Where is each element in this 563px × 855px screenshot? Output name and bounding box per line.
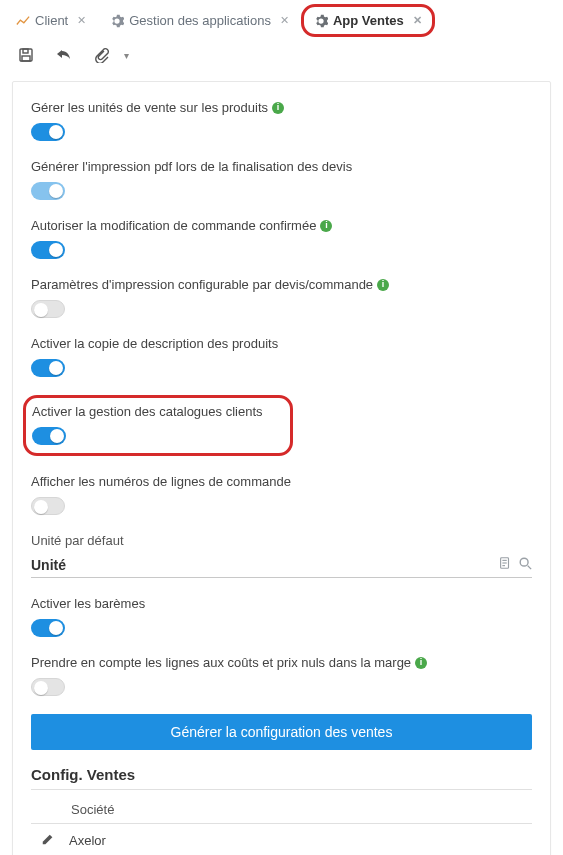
toggle-line-numbers[interactable] [31,497,65,515]
save-icon[interactable] [18,47,34,63]
default-unit-value: Unité [31,557,492,573]
tab-label: Gestion des applications [129,13,271,28]
setting-line-numbers: Afficher les numéros de lignes de comman… [31,474,532,515]
toggle-copy-desc[interactable] [31,359,65,377]
svg-line-8 [528,566,532,570]
info-icon[interactable]: i [415,657,427,669]
toggle-scales[interactable] [31,619,65,637]
toggle-null-cost-margin[interactable] [31,678,65,696]
close-icon[interactable]: ✕ [77,14,86,27]
toggle-print-params[interactable] [31,300,65,318]
setting-label: Activer la gestion des catalogues client… [32,404,280,419]
info-icon[interactable]: i [320,220,332,232]
tab-app-ventes[interactable]: App Ventes ✕ [301,4,435,37]
setting-label: Afficher les numéros de lignes de comman… [31,474,532,489]
setting-manage-units: Gérer les unités de vente sur les produi… [31,100,532,141]
chevron-down-icon[interactable]: ▾ [118,47,134,63]
close-icon[interactable]: ✕ [280,14,289,27]
toggle-manage-units[interactable] [31,123,65,141]
setting-allow-modify: Autoriser la modification de commande co… [31,218,532,259]
label-text: Paramètres d'impression configurable par… [31,277,373,292]
setting-print-params: Paramètres d'impression configurable par… [31,277,532,318]
label-text: Activer la gestion des catalogues client… [32,404,263,419]
toolbar: ▾ [0,37,563,75]
cell-societe: Axelor [69,833,106,848]
svg-rect-1 [23,49,28,53]
config-section-title: Config. Ventes [31,766,532,790]
tab-bar: Client ✕ Gestion des applications ✕ App … [0,0,563,37]
label-text: Générer l'impression pdf lors de la fina… [31,159,352,174]
search-icon[interactable] [518,556,532,573]
label-text: Afficher les numéros de lignes de comman… [31,474,291,489]
tab-client[interactable]: Client ✕ [4,5,98,36]
document-icon[interactable] [498,556,512,573]
toggle-allow-modify[interactable] [31,241,65,259]
setting-null-cost-margin: Prendre en compte les lignes aux coûts e… [31,655,532,696]
setting-label: Prendre en compte les lignes aux coûts e… [31,655,532,670]
default-unit-label: Unité par défaut [31,533,532,548]
setting-generate-pdf: Générer l'impression pdf lors de la fina… [31,159,532,200]
label-text: Autoriser la modification de commande co… [31,218,316,233]
default-unit-input[interactable]: Unité [31,552,532,578]
attachment-icon[interactable] [94,47,110,63]
setting-catalogues: Activer la gestion des catalogues client… [23,395,293,456]
generate-config-button[interactable]: Générer la configuration des ventes [31,714,532,750]
label-text: Gérer les unités de vente sur les produi… [31,100,268,115]
gear-icon [314,14,328,28]
default-unit-row: Unité par défaut Unité [31,533,532,578]
undo-icon[interactable] [56,47,72,63]
info-icon[interactable]: i [377,279,389,291]
label-text: Prendre en compte les lignes aux coûts e… [31,655,411,670]
setting-label: Activer les barèmes [31,596,532,611]
grid-column-header: Société [31,796,532,824]
setting-scales: Activer les barèmes [31,596,532,637]
setting-label: Activer la copie de description des prod… [31,336,532,351]
label-text: Activer la copie de description des prod… [31,336,278,351]
setting-label: Gérer les unités de vente sur les produi… [31,100,532,115]
label-text: Activer les barèmes [31,596,145,611]
settings-panel: Gérer les unités de vente sur les produi… [12,81,551,855]
tab-label: Client [35,13,68,28]
tab-gestion-applications[interactable]: Gestion des applications ✕ [98,5,301,36]
toggle-generate-pdf[interactable] [31,182,65,200]
info-icon[interactable]: i [272,102,284,114]
setting-label: Générer l'impression pdf lors de la fina… [31,159,532,174]
svg-rect-2 [22,56,30,61]
close-icon[interactable]: ✕ [413,14,422,27]
chart-icon [16,14,30,28]
setting-label: Paramètres d'impression configurable par… [31,277,532,292]
toggle-catalogues[interactable] [32,427,66,445]
gear-icon [110,14,124,28]
svg-point-7 [520,558,528,566]
pencil-icon[interactable] [41,832,69,849]
setting-copy-desc: Activer la copie de description des prod… [31,336,532,377]
tab-label: App Ventes [333,13,404,28]
table-row[interactable]: Axelor [31,824,532,855]
setting-label: Autoriser la modification de commande co… [31,218,532,233]
